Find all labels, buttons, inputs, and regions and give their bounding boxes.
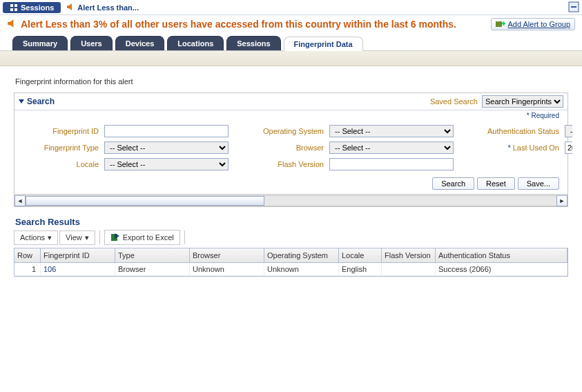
browser-select[interactable]: -- Select -- — [329, 141, 454, 154]
svg-rect-6 — [496, 21, 502, 27]
scroll-track[interactable] — [26, 195, 556, 206]
sessions-chip[interactable]: Sessions — [3, 2, 61, 13]
cell-locale: English — [339, 263, 382, 276]
last-used-on-label: Last Used On — [459, 144, 559, 152]
cell-browser: Unknown — [190, 263, 264, 276]
fingerprint-type-label: Fingerprint Type — [23, 144, 99, 152]
chevron-down-icon: ▾ — [85, 233, 89, 242]
search-form: Fingerprint ID Operating System -- Selec… — [14, 119, 568, 173]
alert-text: Alert Less than 3% of all other users ha… — [21, 19, 456, 30]
tab-users[interactable]: Users — [70, 36, 113, 50]
export-to-excel-button[interactable]: Export to Excel — [104, 230, 180, 245]
collapse-icon[interactable] — [19, 99, 24, 104]
cell-auth: Success (2066) — [436, 263, 568, 276]
window-action-icon[interactable] — [568, 1, 579, 14]
col-locale[interactable]: Locale — [339, 248, 382, 263]
breadcrumb-alert[interactable]: Alert Less than... — [66, 3, 139, 12]
svg-rect-1 — [14, 4, 17, 7]
toolbar-separator — [99, 231, 100, 244]
excel-icon — [110, 233, 120, 242]
add-alert-to-group-label: Add Alert to Group — [508, 20, 571, 28]
cell-flash — [382, 263, 436, 276]
alert-row: Alert Less than 3% of all other users ha… — [0, 15, 582, 33]
sessions-chip-label: Sessions — [21, 3, 54, 12]
grid-header-row: Row Fingerprint ID Type Browser Operatin… — [14, 248, 568, 263]
cell-type: Browser — [115, 263, 190, 276]
required-hint: * Required — [14, 110, 568, 119]
tab-summary[interactable]: Summary — [12, 36, 68, 50]
locale-label: Locale — [23, 160, 99, 168]
scroll-left-arrow[interactable]: ◄ — [14, 195, 26, 206]
actions-menu[interactable]: Actions ▾ — [14, 231, 58, 245]
tab-bar: Summary Users Devices Locations Sessions… — [0, 33, 582, 51]
locale-select[interactable]: -- Select -- — [104, 158, 229, 170]
table-row[interactable]: 1 106 Browser Unknown Unknown English Su… — [14, 263, 568, 276]
operating-system-select[interactable]: -- Select -- — [329, 125, 454, 137]
col-auth[interactable]: Authentication Status — [436, 248, 568, 263]
svg-rect-3 — [14, 8, 17, 11]
view-label: View — [66, 233, 82, 242]
col-browser[interactable]: Browser — [190, 248, 264, 263]
flash-version-label: Flash Version — [234, 160, 324, 168]
grid-icon — [10, 3, 18, 12]
browser-label: Browser — [234, 144, 324, 152]
authentication-status-select[interactable]: -- Select -- — [565, 125, 572, 137]
actions-label: Actions — [20, 233, 45, 242]
speaker-icon — [66, 3, 75, 12]
col-os[interactable]: Operating System — [264, 248, 339, 263]
search-panel-title: Search — [27, 97, 55, 106]
search-panel: Search Saved Search Search Fingerprints … — [14, 92, 568, 207]
svg-rect-2 — [10, 8, 13, 11]
chevron-down-icon: ▾ — [48, 233, 52, 242]
scroll-thumb[interactable] — [26, 196, 264, 206]
results-grid: Row Fingerprint ID Type Browser Operatin… — [14, 248, 568, 277]
search-button-row: Search Reset Save... — [14, 173, 568, 194]
col-row[interactable]: Row — [14, 248, 41, 263]
authentication-status-label: Authentication Status — [459, 127, 559, 135]
tab-fingerprint-data[interactable]: Fingerprint Data — [284, 37, 363, 51]
svg-rect-5 — [571, 6, 576, 8]
svg-rect-8 — [503, 21, 504, 26]
export-label: Export to Excel — [123, 233, 174, 242]
saved-search-label: Saved Search — [430, 97, 478, 106]
add-alert-to-group-button[interactable]: Add Alert to Group — [491, 18, 576, 30]
flash-version-input[interactable] — [329, 158, 454, 170]
fingerprint-id-input[interactable] — [104, 125, 229, 137]
tab-sessions[interactable]: Sessions — [226, 36, 280, 50]
group-icon — [496, 20, 505, 28]
toolbar-separator — [184, 231, 185, 244]
results-toolbar: Actions ▾ View ▾ Export to Excel — [10, 230, 572, 245]
top-bar: Sessions Alert Less than... — [0, 0, 582, 15]
col-fingerprint-id[interactable]: Fingerprint ID — [41, 248, 115, 263]
cell-fingerprint-id[interactable]: 106 — [41, 263, 115, 276]
last-used-on-input[interactable] — [565, 141, 572, 154]
fingerprint-id-label: Fingerprint ID — [23, 127, 99, 135]
subheader-band — [0, 51, 582, 66]
search-results-title: Search Results — [10, 207, 572, 230]
scroll-right-arrow[interactable]: ► — [556, 195, 568, 206]
col-type[interactable]: Type — [115, 248, 190, 263]
cell-os: Unknown — [264, 263, 339, 276]
intro-text: Fingerprint information for this alert — [10, 75, 572, 92]
content-scroll[interactable]: Fingerprint information for this alert S… — [10, 75, 572, 386]
speaker-icon — [7, 19, 17, 30]
tab-devices[interactable]: Devices — [115, 36, 165, 50]
save-button[interactable]: Save... — [518, 177, 559, 190]
view-menu[interactable]: View ▾ — [59, 231, 95, 245]
fingerprint-type-select[interactable]: -- Select -- — [104, 141, 229, 154]
col-flash[interactable]: Flash Version — [382, 248, 436, 263]
reset-button[interactable]: Reset — [477, 177, 515, 190]
operating-system-label: Operating System — [234, 127, 324, 135]
tab-locations[interactable]: Locations — [167, 36, 224, 50]
svg-rect-0 — [10, 4, 13, 7]
breadcrumb-label: Alert Less than... — [77, 3, 139, 12]
search-button[interactable]: Search — [432, 177, 474, 190]
search-panel-header: Search Saved Search Search Fingerprints — [14, 93, 568, 110]
panel-horizontal-scrollbar[interactable]: ◄ ► — [14, 194, 568, 206]
cell-row: 1 — [14, 263, 41, 276]
saved-search-select[interactable]: Search Fingerprints — [482, 95, 563, 108]
